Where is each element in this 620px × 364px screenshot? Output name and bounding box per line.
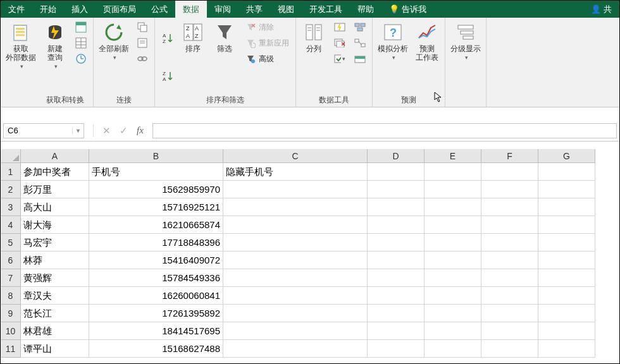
cell[interactable] — [481, 340, 538, 358]
show-queries-button[interactable] — [73, 20, 89, 34]
connections-button[interactable] — [134, 20, 151, 34]
cell[interactable] — [481, 216, 538, 234]
from-table-button[interactable] — [73, 36, 89, 50]
name-box[interactable]: ▼ — [3, 123, 84, 138]
reapply-button[interactable]: 重新应用 — [242, 36, 292, 50]
cell[interactable]: 林莽 — [21, 252, 89, 269]
cell[interactable] — [223, 287, 368, 305]
cell[interactable]: 15716925121 — [89, 198, 223, 216]
col-header-e[interactable]: E — [425, 149, 481, 163]
row-header[interactable]: 8 — [1, 287, 21, 305]
properties-button[interactable] — [134, 36, 151, 50]
cell[interactable] — [223, 305, 368, 322]
relationships-button[interactable] — [352, 36, 368, 50]
tab-review[interactable]: 审阅 — [207, 1, 239, 18]
tab-data[interactable]: 数据 — [175, 1, 207, 18]
cell[interactable] — [425, 322, 481, 340]
cell[interactable]: 17261395892 — [89, 305, 223, 322]
cell[interactable] — [368, 198, 425, 216]
enter-icon[interactable]: ✓ — [120, 125, 128, 136]
cell[interactable] — [368, 234, 425, 252]
row-header[interactable]: 5 — [1, 234, 21, 252]
tab-help[interactable]: 帮助 — [350, 1, 381, 18]
cell[interactable]: 谭平山 — [21, 340, 89, 358]
clear-button[interactable]: 清除 — [242, 20, 292, 34]
whatif-button[interactable]: ? 模拟分析 — [376, 20, 409, 62]
cancel-icon[interactable]: ✕ — [102, 125, 111, 136]
cell[interactable]: 黄强辉 — [21, 269, 89, 287]
new-query-button[interactable]: 新建 查询 — [41, 20, 69, 71]
cell[interactable] — [368, 163, 425, 181]
cell[interactable]: 林君雄 — [21, 322, 89, 340]
remove-dup-button[interactable] — [332, 36, 348, 50]
cell[interactable] — [223, 269, 368, 287]
cell[interactable] — [425, 216, 481, 234]
cell[interactable] — [538, 216, 595, 234]
cell[interactable] — [223, 181, 368, 198]
cell[interactable] — [481, 287, 538, 305]
cell[interactable]: 范长江 — [21, 305, 89, 322]
cell[interactable]: 16260060841 — [89, 287, 223, 305]
cell[interactable] — [223, 340, 368, 358]
cell[interactable]: 18414517695 — [89, 322, 223, 340]
data-model-button[interactable] — [352, 52, 368, 66]
cell[interactable]: 马宏宇 — [21, 234, 89, 252]
cell[interactable]: 参加中奖者 — [21, 163, 89, 181]
col-header-c[interactable]: C — [223, 149, 368, 163]
cell[interactable] — [223, 234, 368, 252]
cell[interactable] — [368, 322, 425, 340]
cell[interactable] — [425, 163, 481, 181]
cell[interactable]: 高大山 — [21, 198, 89, 216]
cell[interactable] — [481, 198, 538, 216]
name-box-dropdown[interactable]: ▼ — [72, 128, 84, 134]
filter-button[interactable]: 筛选 — [211, 20, 239, 54]
name-box-input[interactable] — [4, 126, 72, 135]
col-header-a[interactable]: A — [21, 149, 89, 163]
refresh-all-button[interactable]: 全部刷新 — [97, 20, 130, 62]
cell[interactable] — [538, 340, 595, 358]
tab-page-layout[interactable]: 页面布局 — [96, 1, 144, 18]
flash-fill-button[interactable] — [332, 20, 348, 34]
tab-insert[interactable]: 插入 — [64, 1, 96, 18]
recent-sources-button[interactable] — [73, 52, 89, 66]
tab-home[interactable]: 开始 — [32, 1, 64, 18]
tellme-box[interactable]: 💡告诉我 — [381, 1, 434, 18]
cell[interactable] — [368, 252, 425, 269]
cell[interactable] — [481, 305, 538, 322]
formula-input[interactable] — [152, 123, 617, 138]
cell[interactable]: 17718848396 — [89, 234, 223, 252]
select-all-corner[interactable] — [1, 149, 21, 163]
outline-button[interactable]: 分级显示 — [449, 20, 482, 62]
cell[interactable] — [425, 181, 481, 198]
sort-button[interactable]: ZAAZ 排序 — [179, 20, 207, 54]
cell[interactable] — [538, 287, 595, 305]
cell[interactable] — [425, 252, 481, 269]
col-header-d[interactable]: D — [368, 149, 425, 163]
row-header[interactable]: 10 — [1, 322, 21, 340]
cell[interactable]: 彭万里 — [21, 181, 89, 198]
cell[interactable] — [425, 340, 481, 358]
row-header[interactable]: 7 — [1, 269, 21, 287]
cell[interactable] — [368, 181, 425, 198]
tab-formulas[interactable]: 公式 — [144, 1, 175, 18]
sort-desc-button[interactable]: ZA — [159, 69, 175, 83]
cell[interactable]: 章汉夫 — [21, 287, 89, 305]
cell[interactable]: 15629859970 — [89, 181, 223, 198]
cell[interactable] — [481, 252, 538, 269]
cell[interactable] — [425, 234, 481, 252]
cell[interactable] — [538, 163, 595, 181]
tab-file[interactable]: 文件 — [1, 1, 32, 18]
cell[interactable] — [425, 287, 481, 305]
cell[interactable] — [481, 181, 538, 198]
text-to-columns-button[interactable]: 分列 — [300, 20, 328, 54]
cell[interactable] — [538, 234, 595, 252]
sort-asc-button[interactable]: AZ — [159, 31, 175, 45]
advanced-button[interactable]: 高级 — [242, 52, 292, 66]
get-external-data-button[interactable]: 获取 外部数据 — [4, 20, 37, 71]
edit-links-button[interactable] — [134, 52, 151, 66]
row-header[interactable]: 9 — [1, 305, 21, 322]
cell[interactable] — [425, 305, 481, 322]
cell[interactable]: 手机号 — [89, 163, 223, 181]
cell[interactable] — [481, 163, 538, 181]
forecast-sheet-button[interactable]: 预测 工作表 — [413, 20, 441, 63]
